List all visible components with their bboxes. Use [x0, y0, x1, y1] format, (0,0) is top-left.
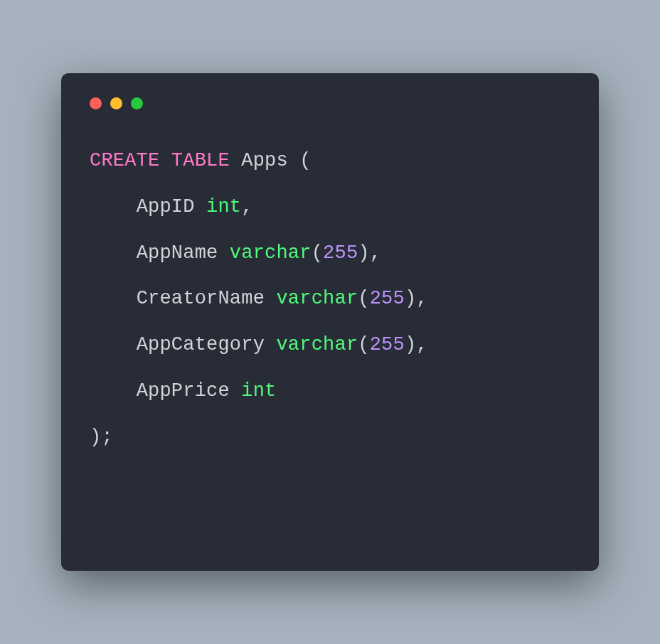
code-block: CREATE TABLE Apps ( AppID int, AppName v… — [90, 138, 570, 461]
close-paren-semicolon: ); — [90, 426, 113, 448]
indent — [90, 196, 137, 218]
col1-name: AppID — [137, 196, 195, 218]
paren-open: ( — [312, 242, 323, 264]
comma: , — [416, 288, 427, 309]
col5-type: int — [241, 380, 276, 402]
col3-size: 255 — [370, 288, 405, 309]
close-dot-icon[interactable] — [90, 97, 102, 109]
keyword-table: TABLE — [171, 150, 230, 171]
code-window: CREATE TABLE Apps ( AppID int, AppName v… — [61, 73, 599, 571]
col4-type: varchar — [276, 334, 358, 355]
minimize-dot-icon[interactable] — [110, 97, 122, 109]
indent — [90, 380, 137, 402]
col4-size: 255 — [370, 334, 405, 355]
indent — [90, 288, 137, 309]
comma: , — [416, 334, 427, 355]
col1-type: int — [206, 196, 241, 218]
window-titlebar — [90, 93, 570, 109]
col3-type: varchar — [276, 288, 358, 309]
keyword-create: CREATE — [90, 150, 159, 171]
comma: , — [370, 242, 381, 264]
table-name: Apps — [241, 150, 288, 171]
col2-size: 255 — [323, 242, 358, 264]
comma: , — [241, 196, 252, 218]
paren-close: ) — [358, 242, 369, 264]
paren-open: ( — [358, 334, 369, 355]
col4-name: AppCategory — [137, 334, 265, 355]
col2-name: AppName — [137, 242, 218, 264]
paren-open: ( — [358, 288, 369, 309]
maximize-dot-icon[interactable] — [131, 97, 143, 109]
indent — [90, 242, 137, 264]
paren-open: ( — [299, 150, 311, 171]
paren-close: ) — [405, 288, 416, 309]
col3-name: CreatorName — [137, 288, 265, 309]
col5-name: AppPrice — [137, 380, 230, 402]
indent — [90, 334, 137, 355]
paren-close: ) — [405, 334, 416, 355]
col2-type: varchar — [230, 242, 312, 264]
